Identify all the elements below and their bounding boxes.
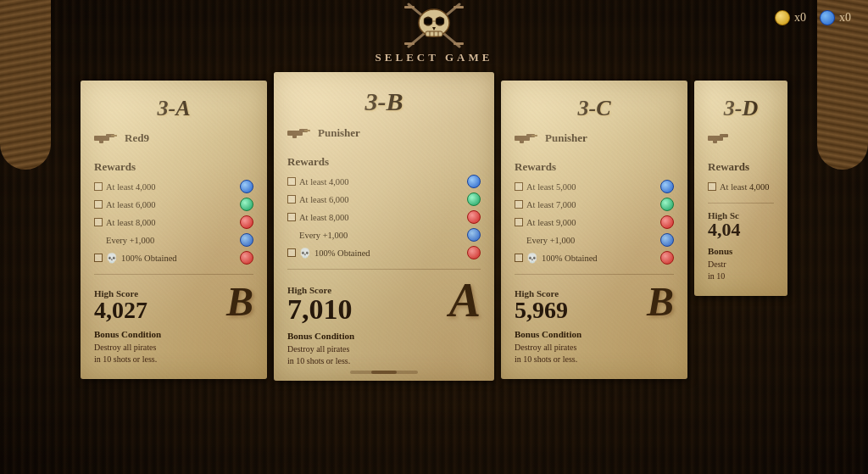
grade-badge-3a: B	[226, 282, 253, 322]
reward-row: At least 8,000	[287, 209, 481, 225]
card-3b-title: 3-B	[287, 87, 481, 116]
reward-icon-green	[660, 198, 674, 211]
reward-row: Every +1,000	[515, 232, 674, 248]
cards-container: 3-A Red9 Rewards At least 4,000 At least…	[0, 81, 868, 474]
reward-icon-red	[660, 251, 674, 265]
rewards-3a: Rewards At least 4,000 At least 6,000 At…	[94, 160, 253, 265]
reward-icon-red	[467, 210, 481, 224]
checkbox[interactable]	[515, 182, 523, 191]
svg-rect-26	[520, 139, 524, 143]
grade-badge-3c: B	[647, 282, 674, 322]
bonus-section-3d: Bonus Destr in 10	[708, 246, 774, 282]
rewards-title-3b: Rewards	[287, 155, 481, 169]
reward-row: At least 4,000	[287, 174, 481, 189]
checkbox[interactable]	[515, 254, 523, 262]
reward-icon-blue	[240, 233, 253, 247]
reward-row: At least 6,000	[287, 192, 481, 207]
checkbox[interactable]	[94, 200, 103, 209]
gold-amount: x0	[794, 11, 806, 25]
divider	[94, 274, 253, 275]
reward-icon-red	[240, 215, 253, 229]
checkbox[interactable]	[287, 248, 296, 257]
scrollbar-thumb	[371, 371, 397, 374]
gold-currency: x0	[775, 10, 806, 25]
card-3a[interactable]: 3-A Red9 Rewards At least 4,000 At least…	[81, 81, 267, 379]
checkbox[interactable]	[708, 182, 716, 191]
weapon-name-3a: Red9	[125, 131, 149, 145]
card-3d[interactable]: 3-D Rewards At least 4,000 High Sc 4,04	[694, 81, 787, 296]
select-game-title: SELECT GAME	[376, 51, 493, 64]
reward-icon-green	[240, 198, 253, 211]
header: SELECT GAME	[0, 0, 868, 64]
checkbox[interactable]	[515, 218, 523, 226]
reward-row: At least 8,000	[94, 215, 253, 230]
score-section-3a: High Score 4,027 B	[94, 282, 253, 322]
gun-icon-3c	[515, 131, 538, 145]
svg-rect-2	[404, 42, 415, 45]
blue-currency: x0	[820, 10, 851, 25]
svg-rect-22	[292, 134, 297, 138]
reward-icon-blue	[660, 233, 674, 247]
rewards-title-3a: Rewards	[94, 160, 253, 174]
currency-bar: x0 x0	[775, 10, 851, 25]
svg-rect-14	[436, 18, 444, 25]
obtained-row: 💀 100% Obtained	[94, 250, 253, 265]
weapon-name-3b: Punisher	[318, 126, 360, 140]
obtained-skull-icon: 💀	[106, 252, 118, 264]
svg-rect-5	[453, 6, 464, 8]
card-3a-title: 3-A	[94, 96, 253, 121]
bonus-title-3d: Bonus	[708, 246, 774, 256]
scrollbar-track[interactable]	[350, 371, 418, 374]
svg-rect-3	[453, 42, 464, 45]
svg-rect-27	[531, 135, 537, 137]
gun-icon-3d	[708, 131, 732, 145]
svg-rect-4	[404, 6, 415, 8]
obtained-row: 💀 100% Obtained	[515, 250, 674, 265]
reward-icon-blue	[467, 228, 481, 242]
bonus-text-3c: Destroy all pirates in 10 shots or less.	[515, 342, 674, 365]
blue-coin-icon	[820, 10, 835, 25]
rewards-3c: Rewards At least 5,000 At least 7,000 At…	[515, 160, 674, 265]
rewards-title-3d: Rewards	[708, 160, 774, 174]
card-3c[interactable]: 3-C Punisher Rewards At least 5,000 At l…	[501, 81, 687, 379]
score-value-3b: 7,010	[287, 295, 353, 324]
reward-row: Every +1,000	[94, 232, 253, 248]
reward-icon-blue	[660, 180, 674, 193]
checkbox[interactable]	[287, 177, 296, 186]
obtained-skull-icon: 💀	[526, 252, 538, 264]
score-value-3a: 4,027	[94, 298, 147, 322]
card-3b[interactable]: 3-B Punisher Rewards At least 4,000 At l…	[274, 72, 494, 381]
checkbox[interactable]	[94, 254, 103, 262]
skull-crossbones-icon	[400, 0, 468, 55]
score-section-3b: High Score 7,010 A	[287, 276, 481, 324]
checkbox[interactable]	[515, 200, 523, 209]
rewards-3d: Rewards At least 4,000	[708, 160, 774, 194]
divider	[287, 269, 481, 270]
svg-rect-18	[99, 139, 103, 143]
score-section-3c: High Score 5,969 B	[515, 282, 674, 322]
grade-badge-3b: A	[449, 276, 481, 324]
bonus-title-3a: Bonus Condition	[94, 329, 253, 339]
score-value-3d: 4,04	[708, 220, 741, 239]
card-3c-title: 3-C	[515, 96, 674, 121]
gun-icon-3b	[287, 126, 311, 140]
reward-icon-green	[467, 192, 481, 206]
reward-row: At least 9,000	[515, 215, 674, 230]
checkbox[interactable]	[94, 182, 103, 191]
svg-rect-23	[304, 130, 310, 131]
reward-row: At least 5,000	[515, 179, 674, 194]
blue-amount: x0	[839, 11, 851, 25]
checkbox[interactable]	[287, 213, 296, 221]
bonus-text-3b: Destroy all pirates in 10 shots or less.	[287, 343, 481, 367]
checkbox[interactable]	[94, 218, 103, 226]
gold-coin-icon	[775, 10, 790, 25]
card-3b-weapon-row: Punisher	[287, 126, 481, 140]
bonus-section-3a: Bonus Condition Destroy all pirates in 1…	[94, 329, 253, 365]
weapon-name-3c: Punisher	[545, 131, 587, 145]
checkbox[interactable]	[287, 195, 296, 204]
svg-rect-19	[111, 135, 117, 137]
reward-icon-red	[660, 215, 674, 229]
reward-icon-blue	[467, 175, 481, 188]
reward-icon-red	[467, 246, 481, 259]
card-3c-weapon-row: Punisher	[515, 131, 674, 145]
